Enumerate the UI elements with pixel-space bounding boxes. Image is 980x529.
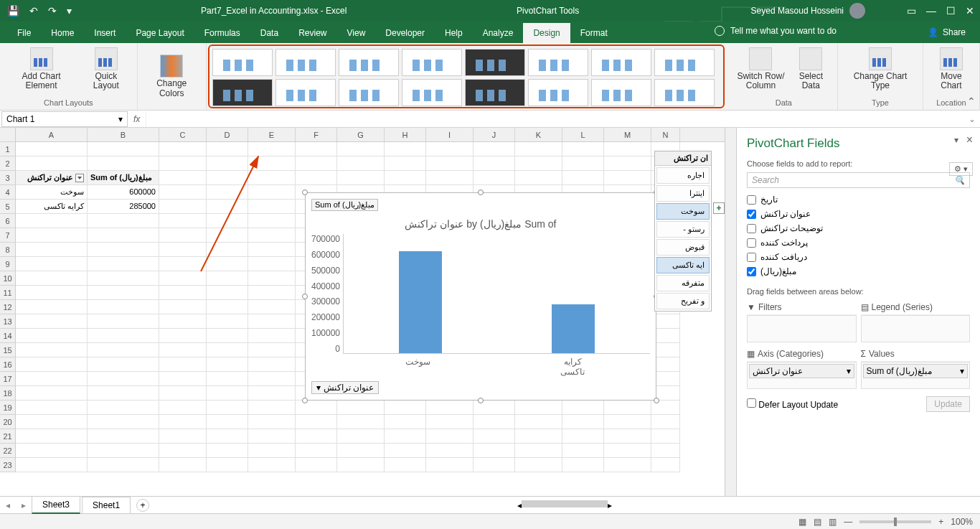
column-header[interactable]: J	[473, 128, 515, 141]
filters-area[interactable]: ▼Filters	[747, 300, 857, 342]
chart-style-thumb[interactable]	[465, 49, 525, 76]
cell[interactable]	[473, 156, 515, 171]
cell[interactable]	[248, 171, 296, 185]
cell[interactable]	[207, 171, 248, 185]
cell[interactable]	[248, 257, 296, 271]
cell[interactable]	[88, 329, 159, 343]
row-header[interactable]: 21	[0, 429, 16, 444]
cell[interactable]	[88, 257, 159, 271]
tab-view[interactable]: View	[337, 23, 376, 43]
change-colors-button[interactable]: Change Colors	[143, 53, 200, 99]
cell[interactable]	[473, 429, 515, 444]
cell[interactable]	[296, 171, 337, 185]
field-item[interactable]: توضیحات تراکنش	[747, 221, 970, 235]
cell[interactable]	[473, 444, 515, 458]
cell[interactable]	[159, 314, 207, 329]
pane-settings-icon[interactable]: ⚙ ▾	[949, 162, 973, 176]
cell[interactable]	[248, 429, 296, 444]
cell[interactable]	[16, 286, 88, 300]
tab-nav-next-icon[interactable]: ▸	[16, 500, 32, 510]
view-normal-icon[interactable]: ▦	[798, 517, 806, 527]
resize-handle[interactable]	[478, 398, 484, 403]
cell[interactable]	[159, 444, 207, 458]
cell[interactable]	[16, 429, 88, 444]
cell[interactable]	[16, 214, 88, 228]
row-header[interactable]: 17	[0, 372, 16, 386]
cell[interactable]	[16, 300, 88, 314]
chart-axis-filter[interactable]: عنوان تراکنش▾	[311, 381, 379, 394]
cell[interactable]	[159, 200, 207, 214]
cell[interactable]	[207, 357, 248, 372]
cell[interactable]	[88, 314, 159, 329]
row-header[interactable]: 15	[0, 343, 16, 357]
cell[interactable]: عنوان تراکنش	[16, 171, 88, 185]
cell[interactable]	[248, 243, 296, 257]
cell[interactable]	[88, 214, 159, 228]
cell[interactable]	[88, 444, 159, 458]
chart-style-thumb[interactable]	[528, 79, 588, 106]
chart-style-thumb[interactable]	[465, 79, 525, 106]
row-header[interactable]: 8	[0, 243, 16, 257]
cell[interactable]	[337, 171, 385, 185]
cell[interactable]	[16, 372, 88, 386]
cell[interactable]	[88, 429, 159, 444]
change-chart-type-button[interactable]: Change Chart Type	[844, 46, 917, 92]
cell[interactable]	[207, 372, 248, 386]
cell[interactable]	[159, 458, 207, 472]
view-page-icon[interactable]: ▤	[814, 517, 821, 527]
cell[interactable]	[88, 458, 159, 472]
cell[interactable]	[88, 271, 159, 286]
move-chart-button[interactable]: Move Chart	[929, 46, 974, 92]
cell[interactable]	[207, 257, 248, 271]
cell[interactable]	[426, 171, 473, 185]
cell[interactable]	[16, 228, 88, 243]
row-header[interactable]: 22	[0, 444, 16, 458]
chart-style-thumb[interactable]	[212, 79, 273, 106]
field-item[interactable]: عنوان تراکنش	[747, 207, 970, 221]
cell[interactable]	[515, 171, 562, 185]
close-pane-icon[interactable]: ×	[966, 134, 973, 146]
maximize-icon[interactable]: ☐	[946, 5, 956, 17]
cell[interactable]	[337, 415, 385, 429]
cell[interactable]	[296, 142, 337, 156]
cell[interactable]	[248, 214, 296, 228]
tab-nav-prev-icon[interactable]: ◂	[0, 500, 16, 510]
cell[interactable]	[88, 386, 159, 401]
slicer-item[interactable]: اجاره	[656, 167, 710, 184]
cell[interactable]	[207, 228, 248, 243]
zoom-slider[interactable]	[859, 520, 931, 523]
cell[interactable]	[248, 286, 296, 300]
cell[interactable]	[159, 343, 207, 357]
tab-file[interactable]: File	[7, 23, 41, 43]
cell[interactable]	[248, 200, 296, 214]
cell[interactable]	[604, 415, 651, 429]
cell[interactable]	[16, 271, 88, 286]
select-data-button[interactable]: Select Data	[790, 46, 831, 92]
cell[interactable]	[337, 444, 385, 458]
cell[interactable]	[426, 429, 473, 444]
cell[interactable]	[159, 156, 207, 171]
cell[interactable]	[604, 444, 651, 458]
cell[interactable]	[337, 142, 385, 156]
cell[interactable]	[159, 142, 207, 156]
cell[interactable]	[159, 372, 207, 386]
tab-developer[interactable]: Developer	[375, 23, 435, 43]
cell[interactable]	[473, 415, 515, 429]
field-item[interactable]: مبلغ(ریال)	[747, 264, 970, 278]
cell[interactable]	[385, 401, 426, 415]
chart-bar[interactable]	[399, 251, 442, 353]
add-chart-element-button[interactable]: Add Chart Element	[6, 46, 77, 92]
cell[interactable]	[248, 401, 296, 415]
chart-style-thumb[interactable]	[212, 49, 273, 76]
zoom-out-icon[interactable]: —	[844, 517, 852, 527]
tab-design[interactable]: Design	[523, 23, 570, 43]
slicer-item[interactable]: و تفریح	[656, 293, 710, 309]
formula-bar[interactable]	[146, 111, 964, 127]
cell[interactable]	[248, 386, 296, 401]
tab-page-layout[interactable]: Page Layout	[126, 23, 194, 43]
qat-more-icon[interactable]: ▾	[67, 5, 72, 17]
select-all-corner[interactable]	[0, 128, 16, 142]
cell[interactable]: کرایه تاکسی	[16, 200, 88, 214]
cell[interactable]	[207, 300, 248, 314]
cell[interactable]	[88, 228, 159, 243]
